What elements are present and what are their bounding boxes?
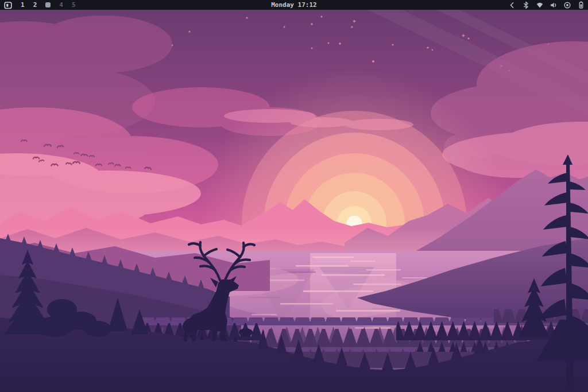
circle-dot-icon[interactable]: [563, 1, 571, 10]
workspace-2[interactable]: 2: [33, 0, 37, 10]
wallpaper-sunset-lake: [0, 10, 588, 392]
window-icon[interactable]: [4, 1, 12, 9]
battery-icon[interactable]: [577, 1, 585, 10]
volume-icon[interactable]: [550, 1, 558, 10]
clock[interactable]: Monday 17:12: [0, 0, 588, 10]
workspace-5[interactable]: 5: [72, 0, 76, 10]
desktop: 1 2 4 5 Monday 17:12: [0, 0, 588, 392]
bluetooth-icon[interactable]: [522, 1, 530, 10]
workspace-1[interactable]: 1: [21, 0, 25, 10]
workspace-4[interactable]: 4: [59, 0, 63, 10]
top-bar: 1 2 4 5 Monday 17:12: [0, 0, 588, 10]
wifi-icon[interactable]: [536, 1, 544, 10]
workspace-active-indicator[interactable]: [45, 2, 51, 7]
workspace-switcher: 1 2 4 5: [0, 0, 76, 10]
system-tray: [508, 1, 588, 10]
chevron-left-icon[interactable]: [508, 1, 516, 10]
